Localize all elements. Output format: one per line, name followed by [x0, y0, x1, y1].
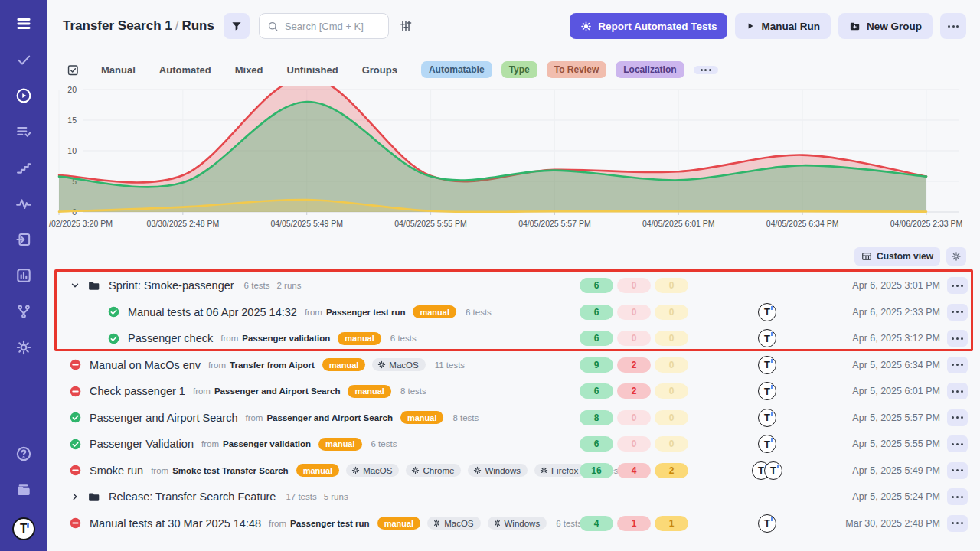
group-name: Release: Transfer Search Feature [109, 491, 276, 503]
row-more-button[interactable] [947, 409, 968, 426]
avatar[interactable]: T [758, 356, 776, 374]
failed-status-icon [69, 358, 82, 371]
sidebar-item-pulse[interactable] [14, 194, 34, 214]
sidebar-item-settings-gear[interactable] [14, 337, 34, 357]
run-row[interactable]: Manual tests at 06 Apr 2025 14:32fromPas… [47, 299, 980, 326]
avatar[interactable]: T [758, 435, 776, 453]
custom-view-button[interactable]: Custom view [854, 247, 940, 266]
row-more-button[interactable] [947, 357, 968, 373]
avatar[interactable]: T [758, 382, 776, 400]
avatar[interactable]: T [758, 514, 776, 533]
run-source: Passenger validation [242, 334, 330, 343]
header-more-button[interactable] [940, 13, 966, 39]
avatar[interactable]: T [758, 409, 776, 427]
tab-automated[interactable]: Automated [159, 64, 211, 76]
row-more-button[interactable] [947, 383, 968, 399]
sidebar-item-tests-check[interactable] [14, 50, 34, 70]
testomat-logo[interactable]: T [12, 517, 35, 540]
funnel-icon [230, 20, 243, 32]
manual-badge: manual [377, 517, 421, 530]
run-row[interactable]: Passenger checkfromPassenger validationm… [47, 325, 980, 352]
ellipsis-icon [952, 522, 962, 524]
group-row[interactable]: Sprint: Smoke-passenger6 tests2 runs600A… [47, 272, 980, 299]
sidebar-item-library[interactable] [14, 481, 34, 500]
sidebar-item-analytics[interactable] [14, 266, 34, 285]
filter-tag-type[interactable]: Type [501, 61, 537, 78]
run-date: Apr 6, 2025 2:33 PM [810, 307, 940, 318]
search-input[interactable] [285, 21, 377, 32]
manual-badge: manual [400, 411, 444, 424]
display-settings-icon[interactable] [398, 18, 413, 34]
more-tags-button[interactable] [694, 66, 718, 74]
avatar[interactable]: T [764, 461, 782, 480]
chevron-down-icon[interactable] [69, 279, 81, 292]
row-more-button[interactable] [947, 304, 968, 321]
sidebar: T [0, 0, 47, 551]
chevron-right-icon[interactable] [69, 491, 81, 503]
run-tests-count: 6 tests [390, 334, 416, 343]
filter-tag-localization[interactable]: Localization [616, 61, 684, 78]
run-tests-count: 6 tests [371, 439, 397, 448]
row-more-button[interactable] [947, 330, 968, 347]
run-source: Transfer from Aiport [230, 360, 315, 370]
sidebar-item-steps[interactable] [14, 158, 34, 178]
sidebar-item-import[interactable] [14, 230, 34, 249]
row-more-button[interactable] [947, 462, 968, 479]
run-name: Check passenger 1 [90, 385, 185, 397]
group-row[interactable]: Release: Transfer Search Feature17 tests… [47, 484, 980, 510]
avatar[interactable]: T [758, 303, 776, 321]
skipped-count-pill: 0 [655, 357, 688, 373]
run-tests-count: 11 tests [435, 360, 465, 370]
runs-list: Sprint: Smoke-passenger6 tests2 runs600A… [47, 272, 980, 536]
environment-badge: MacOS [372, 358, 425, 371]
run-row[interactable]: Passenger and Airport SearchfromPassenge… [47, 405, 980, 432]
tab-unfinished[interactable]: Unfinished [287, 64, 338, 76]
run-row[interactable]: Passenger ValidationfromPassenger valida… [47, 431, 980, 458]
sidebar-item-menu[interactable] [14, 14, 34, 34]
row-more-button[interactable] [947, 488, 968, 505]
row-more-button[interactable] [947, 277, 968, 294]
search-box[interactable] [259, 13, 389, 39]
sidebar-item-branches[interactable] [14, 302, 34, 321]
assignee-avatars: TT [740, 461, 794, 480]
environment-gear-icon [411, 466, 420, 474]
new-group-button[interactable]: New Group [838, 13, 933, 39]
filter-tag-to-review[interactable]: To Review [547, 61, 606, 78]
run-row[interactable]: Check passenger 1fromPassenger and Airpo… [47, 378, 980, 405]
run-tests-count: 8 tests [452, 413, 479, 422]
result-counts: 800 [580, 410, 688, 425]
row-more-button[interactable] [947, 515, 968, 532]
skipped-count-pill: 2 [655, 463, 688, 478]
run-source: Passenger validation [223, 439, 311, 448]
report-automated-tests-button[interactable]: Report Automated Tests [570, 13, 727, 39]
result-counts: 600 [580, 436, 688, 452]
run-row[interactable]: Manual on MacOs envfromTransfer from Aip… [47, 352, 980, 379]
skipped-count-pill: 0 [655, 278, 688, 293]
select-all-icon[interactable] [65, 62, 80, 77]
run-row[interactable]: Manual tests at 30 Mar 2025 14:48fromPas… [47, 510, 980, 537]
tab-groups[interactable]: Groups [362, 64, 397, 76]
tab-manual[interactable]: Manual [101, 64, 136, 76]
filter-button[interactable] [224, 13, 250, 39]
table-view-icon [861, 251, 872, 262]
row-more-button[interactable] [947, 435, 968, 452]
run-name: Manual on MacOs env [90, 359, 201, 371]
run-row[interactable]: Smoke runfromSmoke test Transfer Searchm… [47, 458, 980, 484]
run-date: Apr 5, 2025 5:24 PM [810, 491, 940, 502]
manual-badge: manual [322, 358, 366, 371]
filter-tag-automatable[interactable]: Automatable [421, 61, 492, 78]
manual-run-button[interactable]: Manual Run [735, 13, 831, 39]
result-counts: 411 [580, 516, 688, 531]
avatar[interactable]: T [758, 329, 776, 347]
environment-gear-icon [433, 519, 441, 527]
assignee-avatars: T [740, 435, 794, 453]
tab-mixed[interactable]: Mixed [235, 64, 263, 76]
run-date: Apr 6, 2025 3:12 PM [810, 333, 940, 344]
view-settings-button[interactable] [946, 247, 966, 266]
sidebar-item-runs-play[interactable] [14, 86, 34, 106]
app: T Transfer Search 1/Runs Report Automate… [0, 0, 980, 551]
sidebar-item-test-plans[interactable] [14, 122, 34, 142]
sidebar-item-help[interactable] [14, 444, 34, 464]
svg-text:04/05/2025 5:49 PM: 04/05/2025 5:49 PM [270, 219, 343, 228]
ellipsis-icon [952, 443, 962, 445]
